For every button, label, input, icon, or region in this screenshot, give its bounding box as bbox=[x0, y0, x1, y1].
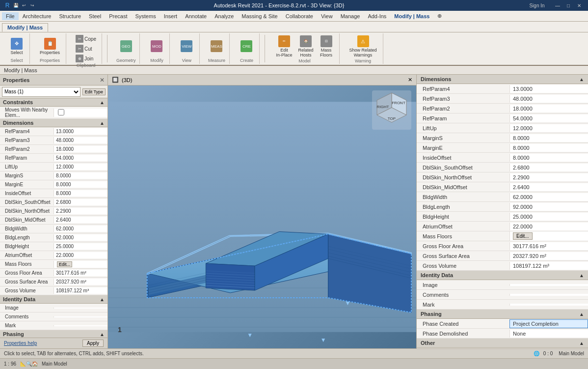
right-row-gross-surface: Gross Surface Area 20327.920 m² bbox=[417, 251, 588, 261]
phasing-label: Phasing bbox=[3, 331, 24, 337]
ribbon-group-meas-items: MEAS bbox=[208, 34, 225, 58]
menu-view[interactable]: View bbox=[317, 12, 337, 20]
close-button[interactable]: ✕ bbox=[574, 1, 584, 9]
status-coords: 0 : 0 bbox=[543, 351, 553, 356]
section-identity-data[interactable]: Identity Data ▲ bbox=[0, 295, 107, 304]
prop-name-dblskin-mid: DblSkin_MidOffset bbox=[0, 217, 53, 223]
right-section-other[interactable]: Other ▲ bbox=[417, 339, 588, 348]
moves-with-checkbox[interactable] bbox=[58, 109, 64, 115]
section-dimensions[interactable]: Dimensions ▲ bbox=[0, 119, 107, 127]
geometry-icon-1: GEO bbox=[120, 40, 132, 52]
properties-button[interactable]: 📋 Properties bbox=[38, 37, 62, 56]
prop-name-liftup: LiftUp bbox=[0, 164, 53, 170]
right-value-gross-volume: 108197.122 m³ bbox=[509, 262, 588, 270]
menu-systems[interactable]: Systems bbox=[131, 12, 160, 20]
mass-floors-ribbon-button[interactable]: ⊟ MassFloors bbox=[318, 34, 335, 58]
create-btn-1[interactable]: CRE bbox=[238, 39, 255, 53]
properties-help-link[interactable]: Properties help bbox=[4, 341, 37, 346]
right-name-image: Image bbox=[417, 281, 509, 289]
prop-name-mark: Mark bbox=[0, 322, 53, 329]
modify-btn-1[interactable]: MOD bbox=[148, 39, 165, 53]
3d-viewport-svg: ▼ ▼ ▼ bbox=[108, 85, 416, 348]
cut-label: Cut bbox=[84, 46, 92, 52]
svg-text:TOP: TOP bbox=[388, 116, 396, 121]
show-related-warnings-icon: ⚠ bbox=[357, 35, 369, 47]
prop-row-insideoffset: InsideOffset 8.0000 bbox=[0, 189, 107, 198]
select-label: Select bbox=[10, 50, 23, 55]
measure-btn-1[interactable]: MEAS bbox=[208, 39, 225, 53]
cope-label: Cope bbox=[84, 36, 96, 42]
menu-manage[interactable]: Manage bbox=[337, 12, 364, 20]
right-other-label: Other bbox=[421, 340, 435, 346]
right-section-identity[interactable]: Identity Data ▲ bbox=[417, 271, 588, 280]
ribbon-tab-modify-mass[interactable]: Modify | Mass bbox=[2, 23, 48, 32]
related-hosts-icon: 🏠 bbox=[300, 35, 312, 47]
minimize-button[interactable]: — bbox=[553, 1, 562, 9]
menu-file[interactable]: File bbox=[2, 12, 19, 20]
prop-name-insideoffset: InsideOffset bbox=[0, 190, 53, 197]
menu-annotate[interactable]: Annotate bbox=[181, 12, 211, 20]
join-icon: ⊕ bbox=[76, 55, 83, 62]
quick-access-save[interactable]: 💾 bbox=[12, 2, 19, 9]
sign-in-button[interactable]: Sign In bbox=[522, 1, 552, 9]
menu-architecture[interactable]: Architecture bbox=[19, 12, 55, 20]
menu-structure[interactable]: Structure bbox=[55, 12, 85, 20]
menu-steel[interactable]: Steel bbox=[85, 12, 105, 20]
menu-addins[interactable]: Add-Ins bbox=[364, 12, 390, 20]
cope-button[interactable]: ✂ Cope bbox=[74, 34, 98, 43]
right-row-refparam3: RefParam3 48.0000 bbox=[417, 94, 588, 104]
join-button[interactable]: ⊕ Join bbox=[74, 54, 98, 63]
cut-button[interactable]: ✂ Cut bbox=[74, 44, 98, 53]
prop-name-dblskin-north: DblSkin_NorthOffset bbox=[0, 208, 53, 214]
prop-name-refparam2: RefParam2 bbox=[0, 146, 53, 152]
right-mass-floors-edit-button[interactable]: Edit... bbox=[513, 232, 533, 240]
type-dropdown[interactable]: Mass (1) bbox=[2, 87, 80, 97]
right-name-bldgwidth: BldgWidth bbox=[417, 193, 509, 201]
view-close-button[interactable]: ✕ bbox=[408, 77, 412, 83]
section-phasing[interactable]: Phasing ▲ bbox=[0, 330, 107, 338]
maximize-button[interactable]: □ bbox=[563, 1, 573, 9]
show-related-warnings-button[interactable]: ⚠ Show RelatedWarnings bbox=[347, 34, 379, 58]
prop-row-gross-volume: Gross Volume 108197.122 m³ bbox=[0, 286, 107, 295]
quick-access-redo[interactable]: ↪ bbox=[29, 2, 36, 9]
right-row-mark: Mark bbox=[417, 300, 588, 310]
mass-floors-edit-button[interactable]: Edit... bbox=[57, 261, 72, 267]
right-name-comments: Comments bbox=[417, 291, 509, 299]
quick-access-undo[interactable]: ↩ bbox=[21, 2, 27, 9]
prop-name-refparam3: RefParam3 bbox=[0, 137, 53, 143]
right-section-dimensions[interactable]: Dimensions ▲ bbox=[417, 75, 588, 84]
right-name-atriumoffset: AtriumOffset bbox=[417, 223, 509, 230]
menu-analyze[interactable]: Analyze bbox=[211, 12, 238, 20]
view-icon-1: VIEW bbox=[181, 40, 192, 52]
select-button[interactable]: ✥ Select bbox=[8, 37, 26, 56]
menu-massing[interactable]: Massing & Site bbox=[238, 12, 281, 20]
section-constraints[interactable]: Constraints ▲ bbox=[0, 98, 107, 107]
prop-row-refparam4: RefParam4 13.0000 bbox=[0, 127, 107, 136]
viewport-3d[interactable]: ▼ ▼ ▼ FRONT RIGHT bbox=[108, 85, 416, 348]
related-hosts-label: RelatedHosts bbox=[298, 48, 313, 57]
menu-precast[interactable]: Precast bbox=[105, 12, 131, 20]
menu-insert[interactable]: Insert bbox=[160, 12, 182, 20]
related-hosts-button[interactable]: 🏠 RelatedHosts bbox=[296, 34, 315, 58]
menu-plus[interactable]: ⊕ bbox=[433, 12, 446, 20]
navigation-cube[interactable]: FRONT RIGHT TOP bbox=[372, 90, 411, 130]
menu-collaborate[interactable]: Collaborate bbox=[282, 12, 317, 20]
apply-button[interactable]: Apply bbox=[82, 340, 104, 347]
right-identity-label: Identity Data bbox=[421, 272, 453, 278]
geometry-btn-1[interactable]: GEO bbox=[117, 39, 135, 53]
show-related-warnings-label: Show RelatedWarnings bbox=[349, 48, 377, 57]
right-value-margine: 8.0000 bbox=[509, 144, 588, 152]
view-number: 1 bbox=[118, 326, 122, 334]
properties-close-button[interactable]: ✕ bbox=[100, 77, 105, 84]
view-btn-1[interactable]: VIEW bbox=[178, 39, 195, 53]
right-row-margins: MarginS 8.0000 bbox=[417, 133, 588, 143]
edit-in-place-button[interactable]: ✏ EditIn-Place bbox=[274, 34, 294, 58]
menu-modify-mass[interactable]: Modify | Mass bbox=[390, 12, 433, 20]
titlebar-icons: R 💾 ↩ ↪ bbox=[4, 2, 36, 9]
edit-type-button[interactable]: Edit Type bbox=[82, 88, 106, 95]
phasing-arrow: ▲ bbox=[100, 332, 105, 337]
right-row-insideoffset: InsideOffset 8.0000 bbox=[417, 153, 588, 163]
right-dimensions-label: Dimensions bbox=[421, 76, 451, 82]
right-section-phasing[interactable]: Phasing ▲ bbox=[417, 310, 588, 319]
status-message: Click to select, TAB for alternates, CTR… bbox=[4, 351, 530, 356]
